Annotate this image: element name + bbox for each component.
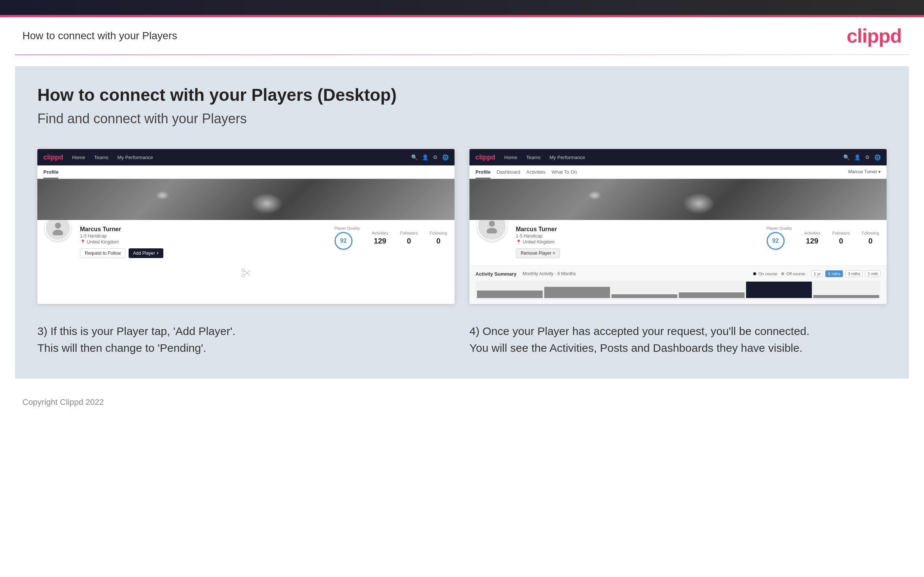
activity-summary-section: Activity Summary Monthly Activity - 6 Mo… [470, 266, 887, 304]
profile-buttons-2: Remove Player × [516, 248, 752, 258]
chart-bar-3 [612, 294, 677, 298]
settings-icon-1: ⚙ [433, 154, 438, 160]
request-follow-button[interactable]: Request to Follow [80, 248, 126, 258]
svg-point-7 [487, 228, 497, 234]
mock-nav-icons-2: 🔍 👤 ⚙ 🌐 [843, 154, 880, 160]
player-selector[interactable]: Marcus Turner ▾ [848, 166, 880, 179]
activities-value-1: 129 [372, 237, 388, 245]
mock-hero-2 [470, 179, 887, 220]
quality-label-2: Player Quality [767, 226, 792, 230]
search-icon-2: 🔍 [843, 154, 850, 160]
top-bar [0, 0, 924, 15]
filter-3mths[interactable]: 3 mths [845, 271, 863, 277]
following-label-2: Following [862, 231, 879, 235]
filter-1yr[interactable]: 1 yr [811, 271, 823, 277]
activities-label-1: Activities [372, 231, 388, 235]
activity-summary-period: Monthly Activity - 6 Months [523, 271, 576, 276]
instruction-block-1: 3) If this is your Player tap, 'Add Play… [37, 323, 454, 356]
followers-stat-2: Followers 0 [832, 231, 850, 245]
player-location-2: 📍 United Kingdom [516, 239, 752, 245]
player-handicap-2: 1-5 Handicap [516, 234, 752, 239]
screenshots-row: clippd Home Teams My Performance 🔍 👤 ⚙ 🌐… [37, 149, 887, 304]
instruction-block-2: 4) Once your Player has accepted your re… [470, 323, 887, 356]
activities-stat-1: Activities 129 [372, 231, 388, 245]
instruction-text-1: 3) If this is your Player tap, 'Add Play… [37, 323, 454, 356]
following-stat-2: Following 0 [862, 231, 879, 245]
svg-line-4 [245, 271, 250, 276]
oncourse-dot [753, 272, 756, 275]
chart-bar-6 [813, 295, 879, 298]
mock-nav-home-1: Home [72, 155, 85, 160]
quality-label-1: Player Quality [334, 226, 360, 230]
screenshot-1: clippd Home Teams My Performance 🔍 👤 ⚙ 🌐… [37, 149, 454, 304]
filter-6mths[interactable]: 6 mths [825, 271, 843, 277]
instructions-row: 3) If this is your Player tap, 'Add Play… [37, 323, 887, 356]
following-label-1: Following [430, 231, 447, 235]
tab-profile-1[interactable]: Profile [44, 166, 58, 179]
mock-profile-section-1: Marcus Turner 1-5 Handicap 📍 United King… [37, 220, 454, 266]
player-quality-stat-1: Player Quality 92 [334, 226, 360, 250]
followers-value-1: 0 [400, 237, 418, 245]
profile-buttons-1: Request to Follow Add Player + [80, 248, 320, 258]
activity-summary-title: Activity Summary [475, 271, 517, 277]
activities-value-2: 129 [804, 237, 820, 245]
tab-profile-2[interactable]: Profile [475, 166, 490, 179]
offcourse-legend: Off course [781, 271, 806, 276]
player-name-1: Marcus Turner [80, 226, 320, 233]
screenshot-2: clippd Home Teams My Performance 🔍 👤 ⚙ 🌐… [470, 149, 887, 304]
globe-icon-1: 🌐 [442, 154, 449, 160]
globe-icon-2: 🌐 [874, 154, 880, 160]
chart-bar-2 [544, 287, 610, 298]
svg-point-2 [242, 269, 245, 272]
header: How to connect with your Players clippd [0, 17, 924, 55]
add-player-button[interactable]: Add Player + [129, 248, 163, 258]
svg-point-3 [242, 274, 245, 277]
main-content: How to connect with your Players (Deskto… [15, 66, 909, 379]
player-stats-2: Player Quality 92 Activities 129 Followe… [767, 226, 879, 250]
svg-point-1 [53, 230, 63, 235]
mock-nav-teams-1: Teams [94, 155, 108, 160]
offcourse-dot [781, 272, 784, 275]
oncourse-legend: On course [753, 271, 777, 276]
user-icon-2: 👤 [854, 154, 861, 160]
mock-logo-2: clippd [475, 153, 495, 161]
location-icon-2: 📍 [516, 239, 522, 245]
quality-circle-1: 92 [334, 232, 352, 250]
copyright-text: Copyright Clippd 2022 [23, 397, 104, 407]
activity-filters: On course Off course 1 yr 6 mths 3 mths … [753, 271, 880, 277]
instruction-text-2: 4) Once your Player has accepted your re… [470, 323, 887, 356]
mock-nav-icons-1: 🔍 👤 ⚙ 🌐 [411, 154, 449, 160]
mock-scissors-divider [37, 266, 454, 280]
chart-bar-1 [477, 290, 543, 298]
svg-point-6 [489, 221, 495, 227]
search-icon-1: 🔍 [411, 154, 418, 160]
profile-info-2: Marcus Turner 1-5 Handicap 📍 United King… [516, 226, 752, 258]
settings-icon-2: ⚙ [865, 154, 870, 160]
mock-hero-overlay-2 [470, 179, 887, 220]
filter-1mth[interactable]: 1 mth [865, 271, 880, 277]
mock-nav-performance-1: My Performance [117, 155, 153, 160]
followers-label-2: Followers [832, 231, 850, 235]
activity-summary-header: Activity Summary Monthly Activity - 6 Mo… [475, 271, 880, 277]
chart-legend: On course Off course [753, 271, 805, 276]
player-quality-stat-2: Player Quality 92 [767, 226, 792, 250]
remove-player-button[interactable]: Remove Player × [516, 248, 560, 258]
header-divider [15, 55, 909, 55]
player-location-1: 📍 United Kingdom [80, 239, 320, 245]
tab-activities-2[interactable]: Activities [526, 166, 545, 179]
player-stats-1: Player Quality 92 Activities 129 Followe… [334, 226, 447, 250]
mock-nav-2: clippd Home Teams My Performance 🔍 👤 ⚙ 🌐 [470, 149, 887, 166]
user-icon-1: 👤 [422, 154, 428, 160]
chart-bar-4 [679, 292, 745, 298]
profile-info-1: Marcus Turner 1-5 Handicap 📍 United King… [80, 226, 320, 258]
tab-dashboard-2[interactable]: Dashboard [496, 166, 520, 179]
tab-whattoon-2[interactable]: What To On [551, 166, 577, 179]
clippd-logo: clippd [846, 25, 901, 47]
following-value-2: 0 [862, 237, 879, 245]
mock-nav-teams-2: Teams [526, 155, 541, 160]
player-name-2: Marcus Turner [516, 226, 752, 233]
activities-stat-2: Activities 129 [804, 231, 820, 245]
mock-tab-bar-2: Profile Dashboard Activities What To On … [470, 166, 887, 179]
mock-nav-performance-2: My Performance [549, 155, 585, 160]
location-icon-1: 📍 [80, 239, 86, 245]
